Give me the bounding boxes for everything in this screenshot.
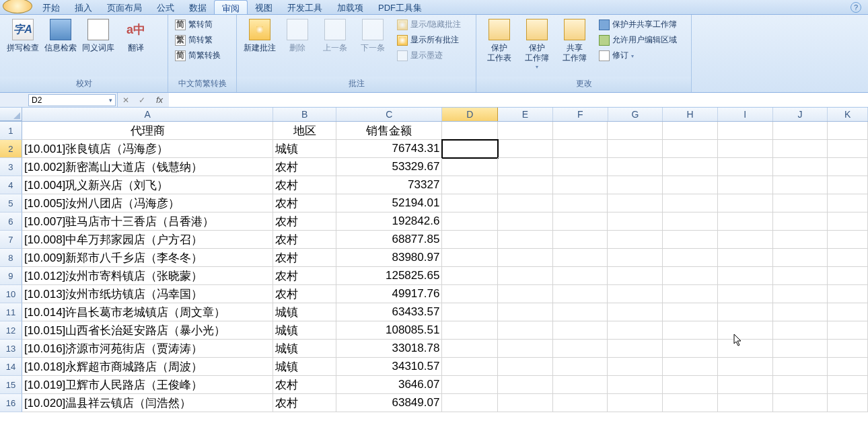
row-header[interactable]: 6: [0, 212, 22, 231]
tab-1[interactable]: 插入: [67, 0, 100, 14]
cell[interactable]: [608, 303, 663, 321]
share-workbook-button[interactable]: 共享 工作簿: [556, 17, 593, 63]
formula-input[interactable]: [169, 93, 868, 107]
cell[interactable]: [663, 358, 718, 376]
cell[interactable]: [553, 176, 608, 194]
cell[interactable]: [553, 340, 608, 358]
cell[interactable]: [442, 194, 498, 212]
cell[interactable]: [608, 285, 663, 303]
cell[interactable]: [608, 140, 663, 158]
cell[interactable]: [718, 231, 773, 249]
cell[interactable]: [828, 158, 868, 176]
cell[interactable]: [718, 303, 773, 321]
cell[interactable]: [498, 358, 553, 376]
cell[interactable]: 农村: [273, 194, 336, 212]
cell[interactable]: 农村: [273, 231, 336, 249]
row-header[interactable]: 9: [0, 267, 22, 285]
col-header-J[interactable]: J: [773, 108, 828, 121]
cell[interactable]: 农村: [273, 376, 336, 394]
cell[interactable]: [442, 176, 498, 194]
research-button[interactable]: 信息检索: [42, 17, 79, 53]
protect-and-share-button[interactable]: 保护并共享工作簿: [599, 19, 677, 30]
cell[interactable]: [498, 176, 553, 194]
row-header[interactable]: 4: [0, 176, 22, 194]
cell[interactable]: [608, 321, 663, 340]
tab-8[interactable]: 加载项: [330, 0, 371, 14]
cell[interactable]: [718, 394, 773, 412]
show-all-comments-button[interactable]: 显示所有批注: [397, 34, 461, 46]
cell[interactable]: [10.016]济源市河苑街店（贾涛涛）: [22, 340, 273, 358]
cell[interactable]: 地区: [273, 122, 336, 140]
cell[interactable]: 73327: [336, 176, 442, 194]
cell[interactable]: [498, 212, 553, 231]
cell[interactable]: 53329.67: [336, 158, 442, 176]
cell[interactable]: [553, 140, 608, 158]
cell[interactable]: [828, 176, 868, 194]
cell[interactable]: [773, 158, 828, 176]
cell[interactable]: 农村: [273, 176, 336, 194]
cell[interactable]: [608, 358, 663, 376]
cell[interactable]: [663, 212, 718, 231]
cell[interactable]: 3646.07: [336, 376, 442, 394]
cell[interactable]: [10.004]巩义新兴店（刘飞）: [22, 176, 273, 194]
cell[interactable]: [663, 122, 718, 140]
cell[interactable]: [442, 285, 498, 303]
row-header[interactable]: 5: [0, 194, 22, 212]
cell[interactable]: [498, 267, 553, 285]
cell[interactable]: 108085.51: [336, 321, 442, 340]
cell[interactable]: [442, 340, 498, 358]
cell[interactable]: [10.002]新密嵩山大道店（钱慧纳）: [22, 158, 273, 176]
cell[interactable]: [773, 249, 828, 267]
cell[interactable]: [608, 212, 663, 231]
cell[interactable]: [663, 158, 718, 176]
cell[interactable]: [553, 122, 608, 140]
cell[interactable]: 城镇: [273, 140, 336, 158]
cell[interactable]: [498, 285, 553, 303]
cell[interactable]: [553, 285, 608, 303]
cell[interactable]: [553, 376, 608, 394]
row-header[interactable]: 13: [0, 340, 22, 358]
cell[interactable]: [828, 394, 868, 412]
tab-9[interactable]: PDF工具集: [371, 0, 429, 14]
cell[interactable]: [828, 376, 868, 394]
cell[interactable]: [663, 140, 718, 158]
cell[interactable]: [498, 231, 553, 249]
cell[interactable]: 城镇: [273, 340, 336, 358]
cell[interactable]: 68877.85: [336, 231, 442, 249]
office-button[interactable]: [3, 0, 32, 13]
cell[interactable]: 63433.57: [336, 303, 442, 321]
protect-workbook-button[interactable]: 保护 工作簿▾: [518, 17, 556, 70]
select-all-corner[interactable]: [0, 108, 22, 121]
cell[interactable]: [553, 394, 608, 412]
cell[interactable]: 农村: [273, 212, 336, 231]
col-header-H[interactable]: H: [663, 108, 718, 121]
cell[interactable]: [498, 249, 553, 267]
cell[interactable]: [553, 231, 608, 249]
cell[interactable]: [828, 303, 868, 321]
cell[interactable]: [718, 122, 773, 140]
cell[interactable]: [442, 376, 498, 394]
cell[interactable]: 农村: [273, 394, 336, 412]
cell[interactable]: 125825.65: [336, 267, 442, 285]
row-header[interactable]: 3: [0, 158, 22, 176]
cell[interactable]: [553, 358, 608, 376]
cell[interactable]: [498, 140, 553, 158]
cell[interactable]: 52194.01: [336, 194, 442, 212]
cell[interactable]: [498, 321, 553, 340]
cell[interactable]: 农村: [273, 158, 336, 176]
fx-icon[interactable]: fx: [150, 93, 169, 107]
tab-4[interactable]: 数据: [182, 0, 214, 14]
cell[interactable]: [553, 194, 608, 212]
cell[interactable]: [10.020]温县祥云镇店（闫浩然）: [22, 394, 273, 412]
cell[interactable]: [663, 231, 718, 249]
cell[interactable]: [663, 285, 718, 303]
cell[interactable]: [442, 394, 498, 412]
cell[interactable]: [663, 340, 718, 358]
cell[interactable]: 34310.57: [336, 358, 442, 376]
cell[interactable]: [773, 340, 828, 358]
cell[interactable]: [828, 321, 868, 340]
cell[interactable]: 城镇: [273, 303, 336, 321]
cell[interactable]: [10.014]许昌长葛市老城镇店（周文章）: [22, 303, 273, 321]
cell[interactable]: [663, 394, 718, 412]
cell[interactable]: [773, 212, 828, 231]
